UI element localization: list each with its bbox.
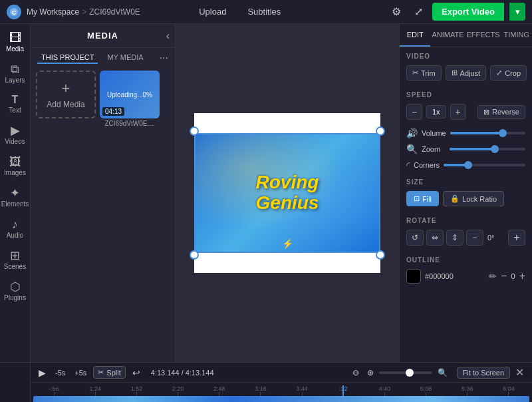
right-panel: EDIT ANIMATE EFFECTS TIMING VIDEO ✂ Trim… bbox=[399, 24, 532, 362]
zoom-slider-track[interactable] bbox=[450, 148, 525, 150]
track-segment-main[interactable] bbox=[33, 396, 529, 402]
ruler-mark: 3:44 bbox=[281, 385, 323, 396]
zoom-slider-thumb[interactable] bbox=[406, 369, 414, 377]
trim-button[interactable]: ✂ Trim bbox=[406, 65, 442, 81]
outline-edit-icon[interactable]: ✏ bbox=[489, 271, 497, 282]
fit-to-screen-button[interactable]: Fit to Screen bbox=[457, 367, 510, 379]
scissors-icon: ✂ bbox=[98, 368, 104, 377]
sidebar-item-elements[interactable]: ✦ Elements bbox=[0, 182, 31, 213]
outline-color-swatch[interactable] bbox=[406, 269, 421, 284]
lock-ratio-label: Lock Ratio bbox=[462, 195, 497, 203]
volume-label: Volume bbox=[422, 129, 446, 137]
sidebar-item-audio[interactable]: ♪ Audio bbox=[0, 213, 31, 244]
play-button[interactable]: ▶ bbox=[36, 366, 49, 379]
elements-icon: ✦ bbox=[10, 187, 20, 199]
sidebar-item-media[interactable]: 🎞 Media bbox=[0, 27, 31, 58]
selection-handle-top-left[interactable] bbox=[190, 126, 199, 136]
outline-plus-button[interactable]: + bbox=[519, 270, 525, 282]
corners-icon: ◜ bbox=[406, 160, 410, 170]
subtitles-button[interactable]: Subtitles bbox=[242, 4, 286, 19]
sidebar-label-scenes: Scenes bbox=[4, 263, 26, 270]
adjust-button[interactable]: ⊞ Adjust bbox=[446, 65, 487, 81]
zoom-slider[interactable] bbox=[379, 371, 432, 374]
zoom-in-icon[interactable]: 🔍 bbox=[435, 367, 450, 379]
rotate-plus-button[interactable]: + bbox=[508, 230, 525, 246]
rotate-flip-h-button[interactable]: ⇔ bbox=[426, 230, 444, 246]
skip-forward-button[interactable]: +5s bbox=[72, 367, 89, 378]
media-tab-this-project[interactable]: THIS PROJECT bbox=[37, 52, 98, 64]
timeline-section: ▶ -5s +5s ✂ Split ↩ 4:13.144 / 4:13.144 … bbox=[0, 362, 532, 402]
corners-slider-track[interactable] bbox=[444, 164, 525, 166]
tab-edit[interactable]: EDIT bbox=[400, 24, 430, 47]
share-icon[interactable]: ⤢ bbox=[410, 4, 427, 19]
fill-label: Fill bbox=[422, 195, 432, 203]
rotate-ccw-button[interactable]: ↺ bbox=[406, 230, 424, 246]
trim-icon: ✂ bbox=[412, 69, 418, 77]
lock-ratio-icon: 🔒 bbox=[450, 194, 460, 203]
sidebar-item-plugins[interactable]: ⬡ Plugins bbox=[0, 276, 31, 307]
media-tab-my-media[interactable]: MY MEDIA bbox=[103, 52, 147, 64]
zoom-fit-icon[interactable]: ⊕ bbox=[364, 367, 376, 379]
playhead bbox=[342, 385, 344, 396]
media-panel-title: MEDIA bbox=[87, 31, 118, 41]
timeline-current-time: 4:13.144 / 4:13.144 bbox=[151, 369, 214, 377]
canvas-video-content[interactable]: Roving Genius bbox=[194, 133, 380, 253]
media-tabs: THIS PROJECT MY MEDIA bbox=[37, 52, 148, 64]
trim-label: Trim bbox=[421, 69, 436, 77]
settings-icon[interactable]: ⚙ bbox=[388, 4, 405, 19]
workspace-name[interactable]: My Workspace bbox=[27, 7, 79, 17]
sidebar-item-images[interactable]: 🖼 Images bbox=[0, 150, 31, 182]
ruler-mark: :12 bbox=[323, 385, 364, 396]
tab-timing[interactable]: TIMING bbox=[501, 24, 532, 47]
sidebar-item-videos[interactable]: ▶ Videos bbox=[0, 119, 31, 150]
volume-row: 🔊 Volume bbox=[400, 125, 532, 141]
rotate-section-label: ROTATE bbox=[400, 212, 532, 227]
export-dropdown-arrow[interactable]: ▾ bbox=[509, 3, 525, 21]
undo-button[interactable]: ↩ bbox=[130, 366, 143, 379]
media-icon: 🎞 bbox=[9, 32, 21, 44]
selection-handle-top-right[interactable] bbox=[376, 126, 385, 136]
lock-ratio-button[interactable]: 🔒 Lock Ratio bbox=[443, 191, 504, 206]
media-more-button[interactable]: ··· bbox=[160, 52, 168, 64]
media-panel-collapse-button[interactable]: ‹ bbox=[166, 30, 170, 42]
size-controls: ⊡ Fill 🔒 Lock Ratio bbox=[400, 188, 532, 212]
zoom-icon: 🔍 bbox=[406, 144, 418, 154]
rotate-flip-v-button[interactable]: ⇕ bbox=[446, 230, 464, 246]
canvas-lightning-icon: ⚡ bbox=[282, 238, 293, 249]
ruler-mark: 6:04 bbox=[488, 385, 529, 396]
sidebar-label-text: Text bbox=[9, 106, 21, 114]
zoom-slider-thumb[interactable] bbox=[491, 145, 499, 153]
crop-button[interactable]: ⤢ Crop bbox=[490, 65, 527, 81]
skip-back-button[interactable]: -5s bbox=[53, 367, 68, 378]
sidebar-item-text[interactable]: T Text bbox=[0, 89, 31, 119]
timeline-ruler-area: -:56 1:24 1:52 2:20 2:48 3:16 3:44 :12 4… bbox=[31, 383, 532, 396]
reverse-button[interactable]: ⊠ Reverse bbox=[477, 105, 525, 119]
outline-minus-button[interactable]: − bbox=[501, 270, 507, 282]
rotate-minus-button[interactable]: − bbox=[466, 230, 483, 246]
selection-handle-bottom-left[interactable] bbox=[190, 250, 199, 260]
corners-slider-thumb[interactable] bbox=[464, 161, 472, 169]
timeline-close-button[interactable]: ✕ bbox=[513, 365, 527, 380]
export-button[interactable]: Export Video bbox=[432, 3, 504, 21]
zoom-out-icon[interactable]: ⊖ bbox=[350, 367, 362, 379]
speed-increase-button[interactable]: + bbox=[450, 104, 466, 120]
tab-animate[interactable]: ANIMATE bbox=[430, 24, 465, 47]
zoom-slider-fill bbox=[450, 148, 495, 150]
upload-button[interactable]: Upload bbox=[194, 4, 231, 19]
sidebar-item-scenes[interactable]: ⊞ Scenes bbox=[0, 244, 31, 276]
timeline-tracks bbox=[31, 396, 532, 402]
split-label: Split bbox=[106, 369, 120, 377]
corners-label: Corners bbox=[414, 161, 440, 169]
ruler-mark: 5:36 bbox=[447, 385, 488, 396]
tab-effects[interactable]: EFFECTS bbox=[465, 24, 501, 47]
selection-handle-bottom-right[interactable] bbox=[376, 250, 385, 260]
volume-slider-track[interactable] bbox=[450, 132, 525, 134]
sidebar-item-layers[interactable]: ⧉ Layers bbox=[0, 58, 31, 89]
add-media-button[interactable]: + Add Media bbox=[36, 71, 96, 118]
uploading-media-item[interactable]: Uploading...0% 04:13 bbox=[100, 71, 160, 118]
fill-button[interactable]: ⊡ Fill bbox=[406, 191, 439, 206]
speed-decrease-button[interactable]: − bbox=[406, 104, 422, 120]
split-button[interactable]: ✂ Split bbox=[93, 366, 125, 379]
volume-slider-thumb[interactable] bbox=[499, 129, 507, 137]
ruler-mark: 5:08 bbox=[406, 385, 447, 396]
